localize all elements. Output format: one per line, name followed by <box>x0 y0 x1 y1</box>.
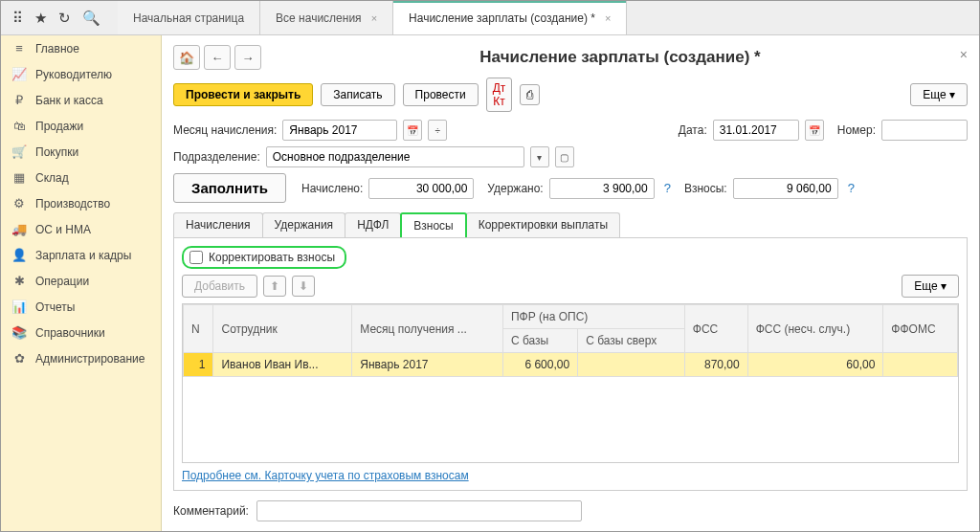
withheld-label: Удержано: <box>487 182 543 195</box>
date-input[interactable] <box>713 120 799 141</box>
fill-button[interactable]: Заполнить <box>173 173 286 203</box>
history-icon[interactable]: ↻ <box>58 10 71 27</box>
open-icon[interactable]: ▢ <box>555 146 574 167</box>
sidebar-item-salary-hr[interactable]: 👤Зарплата и кадры <box>1 242 161 268</box>
date-label: Дата: <box>679 123 707 137</box>
search-icon[interactable]: 🔍 <box>82 10 100 27</box>
close-icon[interactable]: × <box>371 12 377 24</box>
post-button[interactable]: Провести <box>403 83 479 106</box>
star-icon: ✱ <box>11 274 28 288</box>
dtct-button[interactable]: ДтКт <box>486 78 513 112</box>
sidebar-item-sales[interactable]: 🛍Продажи <box>1 113 161 139</box>
withheld-value[interactable] <box>549 178 655 199</box>
back-button[interactable]: ← <box>204 45 231 70</box>
sidebar-item-manager[interactable]: 📈Руководителю <box>1 61 161 87</box>
contrib-table: N Сотрудник Месяц получения ... ПФР (на … <box>182 303 959 463</box>
table-row[interactable]: 1 Иванов Иван Ив... Январь 2017 6 600,00… <box>184 353 958 377</box>
tab-corrections[interactable]: Корректировки выплаты <box>466 212 620 237</box>
sidebar-item-operations[interactable]: ✱Операции <box>1 268 161 294</box>
close-icon[interactable]: × <box>605 12 611 24</box>
home-button[interactable]: 🏠 <box>173 45 200 70</box>
col-fss-ns: ФСС (несч. случ.) <box>747 305 883 353</box>
truck-icon: 🚚 <box>11 222 28 236</box>
move-down-button: ⬇ <box>292 276 315 297</box>
write-button[interactable]: Записать <box>321 83 394 106</box>
month-label: Месяц начисления: <box>173 123 277 137</box>
cart-icon: 🛒 <box>11 144 28 159</box>
col-fss: ФСС <box>684 305 747 353</box>
correct-contrib-row[interactable]: Корректировать взносы <box>182 246 346 269</box>
col-n: N <box>184 305 213 353</box>
calendar-icon[interactable]: 📅 <box>403 120 422 141</box>
settings-icon: ✿ <box>11 351 28 366</box>
books-icon: 📚 <box>11 325 28 340</box>
contrib-value[interactable] <box>733 178 838 199</box>
table-more-button[interactable]: Еще ▾ <box>902 275 959 298</box>
contrib-label: Взносы: <box>684 182 727 195</box>
person-icon: 👤 <box>11 248 28 262</box>
grid-icon: ▦ <box>11 170 28 185</box>
correct-contrib-label: Корректировать взносы <box>209 251 335 264</box>
month-input[interactable] <box>282 120 397 141</box>
menu-icon: ≡ <box>11 41 28 55</box>
bar-icon: 📊 <box>11 299 28 314</box>
bag-icon: 🛍 <box>11 119 28 133</box>
correct-contrib-checkbox[interactable] <box>189 251 203 264</box>
add-button: Добавить <box>182 275 257 298</box>
forward-button[interactable]: → <box>234 45 261 70</box>
date-calendar-icon[interactable]: 📅 <box>805 120 824 141</box>
sidebar-item-main[interactable]: ≡Главное <box>1 35 161 61</box>
chart-icon: 📈 <box>11 67 28 81</box>
stepper-icon[interactable]: ÷ <box>428 120 447 141</box>
tab-all-accruals[interactable]: Все начисления× <box>260 1 393 34</box>
sidebar-item-os-nma[interactable]: 🚚ОС и НМА <box>1 216 161 242</box>
accrued-label: Начислено: <box>301 182 363 195</box>
sidebar: ≡Главное 📈Руководителю ₽Банк и касса 🛍Пр… <box>1 35 162 531</box>
help-icon[interactable]: ? <box>848 181 855 195</box>
col-pfr-over: С базы сверх <box>578 329 685 353</box>
sidebar-item-admin[interactable]: ✿Администрирование <box>1 345 161 371</box>
col-month: Месяц получения ... <box>352 305 503 353</box>
top-bar: ⠿ ★ ↻ 🔍 Начальная страница Все начислени… <box>1 1 979 35</box>
sidebar-item-references[interactable]: 📚Справочники <box>1 320 161 345</box>
accrued-value[interactable] <box>368 178 474 199</box>
sidebar-item-purchases[interactable]: 🛒Покупки <box>1 139 161 165</box>
post-close-button[interactable]: Провести и закрыть <box>173 83 313 106</box>
sidebar-item-warehouse[interactable]: ▦Склад <box>1 165 161 190</box>
tab-withholdings[interactable]: Удержания <box>262 212 346 237</box>
help-icon[interactable]: ? <box>664 181 671 195</box>
comment-input[interactable] <box>256 500 582 521</box>
sidebar-item-bank[interactable]: ₽Банк и касса <box>1 87 161 113</box>
number-input[interactable] <box>881 120 968 141</box>
number-label: Номер: <box>837 123 876 137</box>
col-employee: Сотрудник <box>213 305 352 353</box>
move-up-button: ⬆ <box>263 276 286 297</box>
tab-payroll-create[interactable]: Начисление зарплаты (создание) *× <box>393 1 627 34</box>
col-ffoms: ФФОМС <box>883 305 958 353</box>
tab-accruals[interactable]: Начисления <box>173 212 263 237</box>
col-pfr: ПФР (на ОПС) <box>502 305 684 329</box>
dropdown-icon[interactable]: ▾ <box>530 146 549 167</box>
dept-input[interactable] <box>266 146 524 167</box>
star-icon[interactable]: ★ <box>34 10 47 27</box>
sidebar-item-production[interactable]: ⚙Производство <box>1 190 161 216</box>
col-pfr-base: С базы <box>502 329 577 353</box>
tab-home[interactable]: Начальная страница <box>118 1 260 34</box>
ruble-icon: ₽ <box>11 93 28 107</box>
tab-contributions[interactable]: Взносы <box>400 212 466 237</box>
apps-icon[interactable]: ⠿ <box>12 10 23 27</box>
dept-label: Подразделение: <box>173 150 260 164</box>
page-title: Начисление зарплаты (создание) * <box>273 48 968 67</box>
insurance-card-link[interactable]: Подробнее см. Карточку учета по страховы… <box>182 469 469 482</box>
sidebar-item-reports[interactable]: 📊Отчеты <box>1 294 161 320</box>
comment-label: Комментарий: <box>173 504 249 518</box>
print-button[interactable]: ⎙ <box>520 84 540 105</box>
gear-icon: ⚙ <box>11 196 28 211</box>
tab-ndfl[interactable]: НДФЛ <box>345 212 401 237</box>
close-button[interactable]: × <box>960 47 968 62</box>
more-button[interactable]: Еще ▾ <box>910 83 968 106</box>
